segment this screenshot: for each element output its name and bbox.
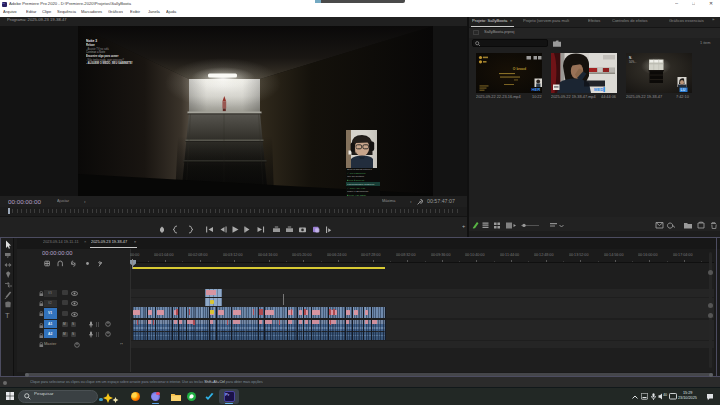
svg-text:O brood: O brood [512, 67, 525, 71]
svg-text:T: T [5, 311, 10, 320]
svg-text:LU: LU [680, 88, 685, 92]
svg-text:HER: HER [531, 87, 540, 92]
svg-text:50%...: 50%... [629, 60, 637, 64]
svg-text:N.: N. [629, 56, 632, 60]
